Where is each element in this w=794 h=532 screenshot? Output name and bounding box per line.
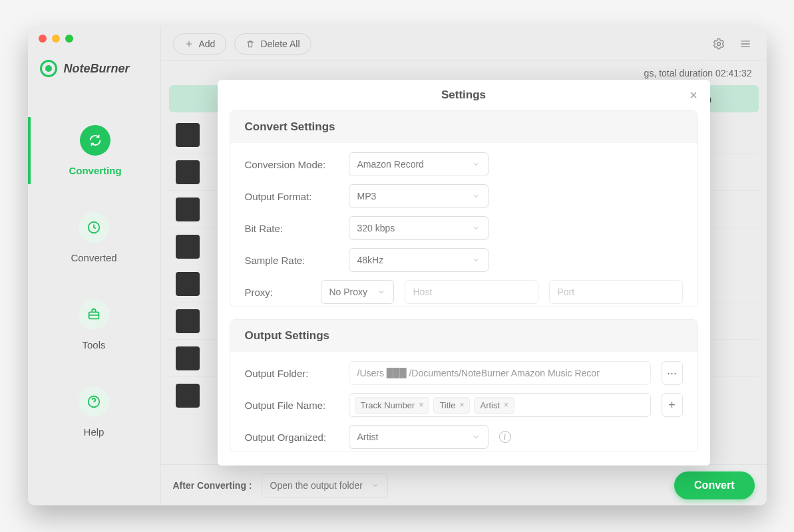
app-logo-icon <box>40 60 57 77</box>
proxy-port-input[interactable] <box>549 280 683 304</box>
convert-settings-title: Convert Settings <box>230 111 697 143</box>
output-settings-section: Output Settings Output Folder: ··· Outpu… <box>230 319 698 452</box>
file-name-tag[interactable]: Title× <box>433 397 470 414</box>
track-artwork <box>176 384 200 408</box>
settings-modal: Settings Convert Settings Conversion Mod… <box>218 80 710 466</box>
footer-bar: After Converting : Open the output folde… <box>161 464 767 505</box>
gear-icon <box>712 37 725 51</box>
chevron-down-icon <box>472 433 480 441</box>
settings-button[interactable] <box>709 35 728 53</box>
window-zoom-button[interactable] <box>65 35 73 43</box>
sidebar-item-tools[interactable]: Tools <box>28 291 160 358</box>
file-name-tag[interactable]: Track Number× <box>355 397 430 414</box>
add-button-label: Add <box>199 39 216 49</box>
main-panel: Add Delete All gs, total duration 02:41:… <box>161 27 767 505</box>
svg-point-3 <box>717 42 720 45</box>
modal-close-button[interactable] <box>686 88 701 102</box>
sidebar-item-label: Converting <box>69 165 121 176</box>
output-format-label: Output Format: <box>245 191 338 202</box>
sidebar-item-label: Tools <box>82 339 105 350</box>
sample-rate-select[interactable]: 48kHz <box>349 248 489 272</box>
after-converting-select[interactable]: Open the output folder <box>262 473 388 497</box>
sidebar-item-label: Converted <box>71 252 116 263</box>
output-settings-title: Output Settings <box>230 320 697 352</box>
after-converting-label: After Converting : <box>173 480 252 491</box>
track-artwork <box>176 272 200 296</box>
bit-rate-select[interactable]: 320 kbps <box>349 216 489 240</box>
proxy-host-input[interactable] <box>405 280 538 304</box>
bit-rate-label: Bit Rate: <box>245 223 338 234</box>
file-name-tag[interactable]: Artist× <box>474 397 514 414</box>
convert-button[interactable]: Convert <box>674 471 754 499</box>
window-minimize-button[interactable] <box>52 35 60 43</box>
info-icon[interactable]: i <box>499 431 511 443</box>
sample-rate-value: 48kHz <box>357 255 384 265</box>
output-format-value: MP3 <box>357 191 377 201</box>
sidebar: NoteBurner Converting Converted <box>28 27 161 505</box>
refresh-icon <box>80 125 110 156</box>
bit-rate-value: 320 kbps <box>357 223 395 233</box>
modal-header: Settings <box>218 80 710 110</box>
conversion-mode-label: Conversion Mode: <box>245 159 338 170</box>
track-artwork <box>176 235 200 259</box>
conversion-mode-select[interactable]: Amazon Record <box>349 152 489 176</box>
sidebar-item-help[interactable]: Help <box>28 378 160 446</box>
browse-folder-button[interactable]: ··· <box>662 361 683 385</box>
tag-label: Track Number <box>361 400 415 410</box>
output-folder-label: Output Folder: <box>245 368 338 379</box>
remove-tag-icon[interactable]: × <box>504 400 508 410</box>
sidebar-item-converted[interactable]: Converted <box>28 204 160 271</box>
modal-title: Settings <box>441 88 486 102</box>
sidebar-item-label: Help <box>84 426 104 438</box>
tracks-summary: gs, total duration 02:41:32 <box>161 61 767 81</box>
output-folder-input[interactable] <box>349 361 651 385</box>
tag-label: Title <box>439 400 455 410</box>
proxy-value: No Proxy <box>329 287 368 297</box>
sidebar-nav: Converting Converted Tools <box>28 97 160 466</box>
chevron-down-icon <box>371 481 379 489</box>
remove-tag-icon[interactable]: × <box>459 400 464 410</box>
track-artwork <box>176 346 200 370</box>
convert-settings-section: Convert Settings Conversion Mode: Amazon… <box>230 110 698 307</box>
proxy-select[interactable]: No Proxy <box>321 280 394 304</box>
close-icon <box>688 90 699 100</box>
conversion-mode-value: Amazon Record <box>357 159 424 170</box>
output-organized-label: Output Organized: <box>245 432 338 443</box>
output-format-select[interactable]: MP3 <box>349 184 489 208</box>
trash-icon <box>246 39 255 49</box>
add-tag-button[interactable]: + <box>662 393 683 417</box>
toolbar: Add Delete All <box>161 27 767 61</box>
help-icon <box>79 386 109 417</box>
app-name: NoteBurner <box>64 62 130 76</box>
remove-tag-icon[interactable]: × <box>419 400 423 410</box>
window-close-button[interactable] <box>39 35 47 43</box>
chevron-down-icon <box>377 288 385 296</box>
add-button[interactable]: Add <box>173 33 227 55</box>
output-file-name-label: Output File Name: <box>245 400 338 411</box>
chevron-down-icon <box>472 192 480 200</box>
output-organized-value: Artist <box>357 432 379 442</box>
chevron-down-icon <box>472 256 480 264</box>
delete-all-button[interactable]: Delete All <box>234 33 311 55</box>
plus-icon <box>184 39 194 49</box>
sample-rate-label: Sample Rate: <box>245 255 338 266</box>
track-artwork <box>176 309 200 333</box>
window-controls <box>28 27 161 60</box>
hamburger-icon <box>739 37 752 51</box>
chevron-down-icon <box>472 224 480 232</box>
after-converting-value: Open the output folder <box>270 480 363 491</box>
menu-button[interactable] <box>736 35 755 53</box>
clock-icon <box>79 212 109 243</box>
sidebar-item-converting[interactable]: Converting <box>28 117 160 184</box>
toolbox-icon <box>79 299 109 330</box>
track-artwork <box>176 160 200 184</box>
tag-label: Artist <box>480 400 500 410</box>
app-window: NoteBurner Converting Converted <box>28 27 767 505</box>
track-artwork <box>176 123 200 147</box>
chevron-down-icon <box>472 160 480 168</box>
output-organized-select[interactable]: Artist <box>349 425 489 449</box>
output-file-name-tags[interactable]: Track Number×Title×Artist× <box>349 393 651 417</box>
proxy-label: Proxy: <box>245 287 310 298</box>
settings-modal-backdrop: Settings Convert Settings Conversion Mod… <box>161 61 767 505</box>
track-artwork <box>176 198 200 221</box>
